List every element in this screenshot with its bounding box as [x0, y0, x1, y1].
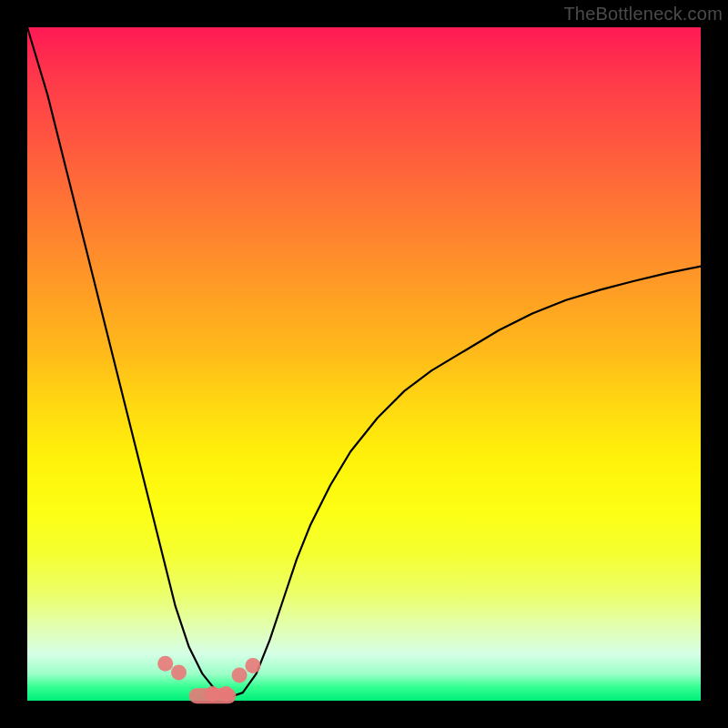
data-marker [232, 667, 248, 682]
data-marker [218, 686, 234, 702]
data-marker [245, 658, 260, 673]
data-marker [157, 656, 173, 672]
curve-path [27, 27, 701, 697]
data-marker [171, 664, 187, 680]
data-marker [205, 686, 220, 702]
chart-container: TheBottleneck.com [0, 0, 728, 728]
curve-layer [0, 0, 728, 728]
